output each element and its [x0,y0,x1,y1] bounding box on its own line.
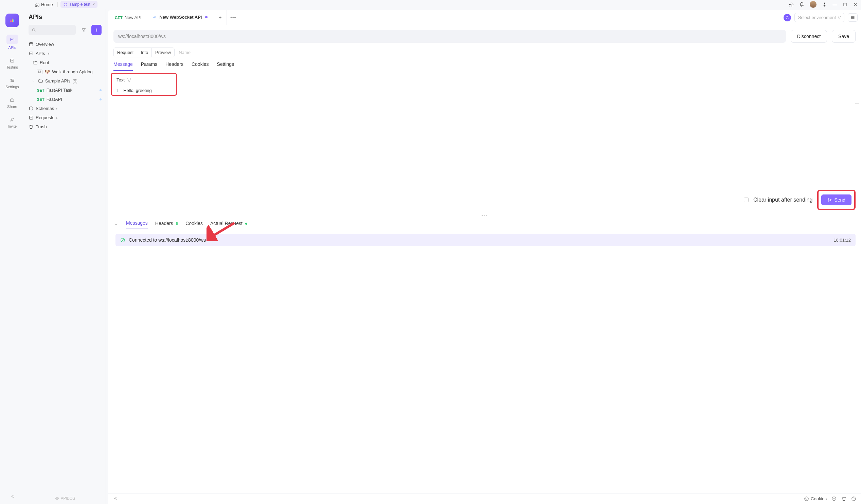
message-tabs: Message Params Headers Cookies Settings [108,57,861,71]
send-button[interactable]: Send [821,195,851,205]
menu-button[interactable] [848,13,858,22]
add-button[interactable] [91,25,101,35]
connection-message[interactable]: Connected to ws://localhost:8000/ws 16:0… [115,234,856,246]
tab-more[interactable]: ••• [227,15,239,21]
tree-sample-apis[interactable]: › Sample APIs (5) [27,76,104,85]
cookie-icon [804,496,809,501]
tab-add[interactable]: + [213,10,227,25]
rail-settings[interactable]: Settings [5,77,19,89]
editor-body[interactable] [108,98,861,186]
tree-trash[interactable]: Trash [27,122,104,131]
rail-apis[interactable]: APIs [6,34,18,50]
annotation-highlight-send: Send [817,190,856,210]
double-chevron-left-icon [113,496,118,501]
response-body [108,249,861,493]
annotation-highlight-editor: Text ⋁ 1 Hello, greeting [111,73,177,96]
search-input[interactable] [29,25,76,35]
shirt-icon[interactable] [841,496,846,501]
window-minimize[interactable]: — [832,2,837,7]
project-tab[interactable]: sample test × [60,1,97,8]
rail-collapse[interactable] [10,494,15,499]
type-label: Text [117,78,125,83]
resp-tab-messages[interactable]: Messages [126,220,148,228]
project-tab-close[interactable]: × [92,2,95,7]
folder-icon [38,79,43,84]
tab-params[interactable]: Params [141,61,157,71]
app-logo[interactable] [5,14,19,27]
tree-walkthrough[interactable]: M 🐶 Walk through Apidog [27,67,104,76]
method-badge: GET [37,97,44,101]
help-icon[interactable] [851,496,856,501]
tree-root[interactable]: Root [27,58,104,67]
mode-preview[interactable]: Preview [152,48,174,57]
tree-count: (5) [72,79,78,84]
tab-settings[interactable]: Settings [217,61,234,71]
status-dot [99,89,101,91]
tab-message[interactable]: Message [113,61,133,71]
window-maximize[interactable] [843,2,847,7]
tree-label: Root [40,60,49,65]
svg-point-9 [11,118,13,120]
svg-point-19 [121,238,125,242]
requests-icon [29,115,33,120]
schema-icon [29,106,33,111]
filter-button[interactable] [79,25,88,35]
tree-overview[interactable]: Overview [27,40,104,49]
response-collapse[interactable] [113,222,119,227]
resp-headers-label: Headers [155,221,173,226]
svg-point-10 [32,28,35,31]
window-close[interactable]: ✕ [853,2,858,7]
home-link[interactable]: Home [32,1,55,8]
caret-icon: ▸ [56,107,59,110]
tree-schemas[interactable]: Schemas ▸ [27,104,104,113]
paw-icon [55,496,59,501]
avatar[interactable] [810,1,817,8]
name-placeholder[interactable]: Name [179,50,191,55]
rail-label: Invite [8,124,17,128]
status-collapse[interactable] [113,496,118,501]
rail-invite[interactable]: Invite [8,116,17,128]
mode-info[interactable]: Info [137,48,152,57]
bell-icon[interactable] [799,2,804,7]
tree-fastapi[interactable]: GET FastAPI [27,95,104,104]
tree-requests[interactable]: Requests ▸ [27,113,104,122]
send-row: Clear input after sending Send [108,186,861,213]
refresh-env-button[interactable] [783,14,791,22]
save-button[interactable]: Save [832,30,856,43]
unsaved-dot [205,16,207,18]
refresh-icon [63,2,68,7]
tab-headers[interactable]: Headers [165,61,183,71]
url-input[interactable]: ws://localhost:8000/ws [113,30,786,43]
content-type-selector[interactable]: Text ⋁ [112,74,176,86]
tree-fastapi-task[interactable]: GET FastAPI Task [27,85,104,95]
api-icon [29,51,33,56]
environment-selector[interactable]: Select environment ⋁ [794,13,844,22]
resp-tab-headers[interactable]: Headers 6 [155,221,178,228]
status-cookies[interactable]: Cookies [804,496,827,501]
tab-websocket[interactable]: New WebSocket API [147,10,213,25]
gear-icon[interactable] [789,2,794,7]
disconnect-button[interactable]: Disconnect [791,30,827,43]
upload-icon[interactable] [832,496,836,501]
status-cookies-label: Cookies [811,496,827,501]
svg-point-14 [56,497,57,498]
filter-icon [81,28,86,32]
resp-tab-cookies[interactable]: Cookies [186,221,203,228]
rail-share[interactable]: Share [7,96,17,109]
svg-rect-5 [11,81,14,82]
tree-apis[interactable]: APIs ▼ [27,49,104,58]
panel-brand: APIDOG [25,492,106,504]
clear-checkbox[interactable] [744,197,749,202]
response-resize-grip[interactable]: ••• [108,213,861,218]
chevron-down-icon [113,222,119,227]
settings-icon [10,78,15,83]
resp-tab-actual[interactable]: Actual Request [210,221,247,228]
send-label: Send [834,197,845,202]
rail-testing[interactable]: Testing [6,57,18,69]
code-line[interactable]: Hello, greeting [123,86,152,95]
tree-label: Overview [36,42,54,47]
tab-cookies[interactable]: Cookies [192,61,209,71]
pin-icon[interactable] [822,2,827,7]
mode-request[interactable]: Request [114,48,137,57]
tab-new-api[interactable]: GET New API [109,10,147,25]
